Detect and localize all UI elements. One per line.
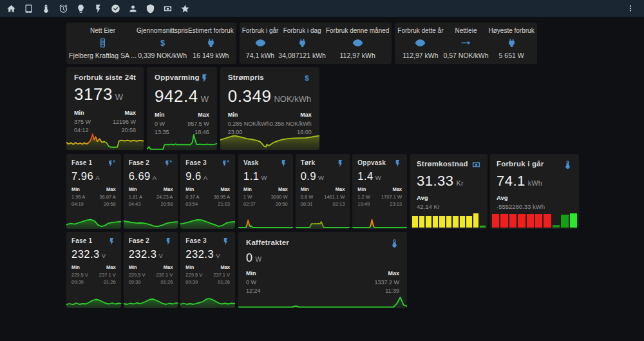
sensor-graph-card[interactable]: Kaffetrakter0WMin0 W12:24Max1337.2 W11:3… [238,232,407,308]
alarm-icon[interactable] [59,4,68,14]
sensor-graph-card[interactable]: Vask1.1WMin1 W02:37Max3000 W20:50 [238,154,293,229]
thermometer-icon [563,160,573,170]
avg-label: Avg [497,193,573,202]
glance-item[interactable]: Forbruk dette år112,97 kWh [397,27,443,59]
min-time: 04:43 [129,200,142,208]
sensor-graph-card[interactable]: Strømpris$0.349NOK/kWhMin0.285 NOK/kWh23… [220,67,319,150]
min-label: Min [246,269,261,278]
sensor-graph-card[interactable]: Fase 2232.3VMin229.5 V09:39Max237.1 V01:… [124,232,178,308]
max-time: 21:03 [214,200,230,208]
glance-label: Forbruk denne måned [326,27,389,34]
max-value: 1707.1 W [381,193,402,201]
plug-icon [506,37,517,48]
max-time: 01:26 [213,278,230,286]
sensor-graph-card[interactable]: Fase 2A6.69AMin1.81 A04:43Max24.23 A20:5… [124,154,178,229]
value-unit: W [375,174,381,181]
glance-value: 5 651 W [499,52,524,59]
transmission-icon [460,37,471,48]
value-unit: W [201,94,209,104]
max-time: 01:26 [99,278,116,286]
min-time: 08:31 [301,200,314,208]
sensor-graph-card[interactable]: Forbruk siste 24t3173WMin375 W04:12Max12… [66,67,144,150]
shield-icon[interactable] [146,4,155,14]
cash-icon[interactable] [163,4,173,14]
top-nav-bar [0,0,644,17]
card-value: 232.3V [185,248,230,260]
glance-item[interactable]: Estimert forbruk16 149 kWh [188,27,234,59]
min-time: 19:49 [357,200,370,208]
bar [480,226,486,228]
max-label: Max [187,111,209,120]
minmax-row: Min229.5 V09:39Max237.1 V01:26 [129,264,173,286]
value-unit: W [318,174,324,181]
glance-item[interactable]: Nettleie0,57 NOK/kWh [443,27,488,59]
sensor-graph-card[interactable]: Oppvarming942.4WMin0 W13:35Max957.5 W18:… [147,67,217,150]
card-value: 232.3V [71,248,116,260]
value-number: 942.4 [155,86,198,106]
thermometer-icon[interactable] [41,4,51,14]
max-time: 01:26 [156,278,173,286]
glance-item[interactable]: Forbruk denne måned112,97 kWh [326,27,389,59]
min-value: 1.2 W [357,193,370,201]
flash-icon[interactable] [93,4,103,14]
glance-label: Forbruk dette år [397,27,443,34]
sensor-graph-card[interactable]: Oppvask1.4WMin1.2 W19:49Max1707.1 W23:13 [352,154,407,229]
glance-card: Forbruk dette år112,97 kWhNettleie0,57 N… [395,23,536,64]
star-icon[interactable] [180,4,190,14]
glance-item[interactable]: Høyeste forbruk5 651 W [489,27,535,59]
max-block: Max1707.1 W23:13 [381,186,402,208]
min-block: Min0.37 A03:54 [185,186,199,208]
min-label: Min [301,186,314,193]
card-title: Fase 2 [129,159,149,166]
flash-icon [393,159,402,168]
sensor-graph-card[interactable]: Fase 1232.3VMin229.5 V09:39Max237.1 V01:… [66,232,121,308]
min-time: 09:39 [71,278,88,286]
check-circle-icon[interactable] [111,4,120,14]
sensor-graph-card[interactable]: Fase 3232.3VMin229.5 V09:39Max237.1 V01:… [180,232,235,308]
card-value: 7.96A [71,170,116,182]
history-graph [352,215,407,229]
home-icon[interactable] [6,4,16,14]
min-label: Min [185,264,202,271]
history-graph [147,130,217,150]
glance-item[interactable]: Forbruk i går74,1 kWh [242,27,279,59]
glance-item[interactable]: Nett EierFjelberg Kraftlag SA ... [69,27,137,59]
glance-value: 0,57 NOK/kWh [443,52,488,59]
history-graph [238,215,293,229]
account-icon[interactable] [128,4,138,14]
flash-a-icon: A [164,159,173,168]
min-label: Min [185,186,199,193]
glance-item[interactable]: Forbruk i dag34,087121 kWh [278,27,326,59]
bar-chart-card[interactable]: Forbruk i går74.1kWhAvg-5552280.33 kWh [490,154,579,229]
glance-item[interactable]: Gjennomsnittspris$0,339 NOK/kWh [137,27,188,59]
max-label: Max [99,186,115,193]
min-value: 229.5 V [185,271,202,279]
glance-label: Forbruk i går [242,27,279,34]
tablet-icon[interactable] [24,4,33,14]
eye-icon [255,37,266,48]
overflow-menu-icon[interactable] [626,4,635,13]
min-time: 03:54 [185,200,199,208]
history-graph [66,215,121,229]
max-label: Max [213,264,230,271]
currency-icon: $ [157,37,168,48]
min-block: Min1 W02:37 [243,186,256,208]
min-block: Min229.5 V09:39 [71,264,88,286]
lightbulb-icon[interactable] [76,4,86,14]
glance-label: Gjennomsnittspris [137,27,188,34]
glance-label: Nett Eier [90,27,115,34]
value-number: 232.3 [71,248,100,260]
bar-chart-card[interactable]: Strømkostnad31.33KrAvg42.14 Kr [410,154,488,229]
sensor-graph-card[interactable]: Tørk0.9WMin0.8 W08:31Max1461.1 W02:13 [296,154,350,229]
graph-card-row: Forbruk siste 24t3173WMin375 W04:12Max12… [66,67,580,150]
bar-graph [492,213,577,228]
card-title: Fase 2 [129,237,149,244]
card-title: Fase 1 [71,237,92,244]
card-title: Oppvarming [155,73,200,81]
sensor-graph-card[interactable]: Fase 3A9.6AMin0.37 A03:54Max38.95 A21:03 [180,154,235,229]
value-number: 1.1 [243,170,259,182]
glance-card: Forbruk i går74,1 kWhForbruk i dag34,087… [240,23,392,64]
min-value: 229.5 V [129,271,146,279]
sensor-graph-card[interactable]: Fase 1A7.96AMin1.95 A04:19Max36.87 A20:5… [66,154,121,229]
min-label: Min [71,186,85,193]
